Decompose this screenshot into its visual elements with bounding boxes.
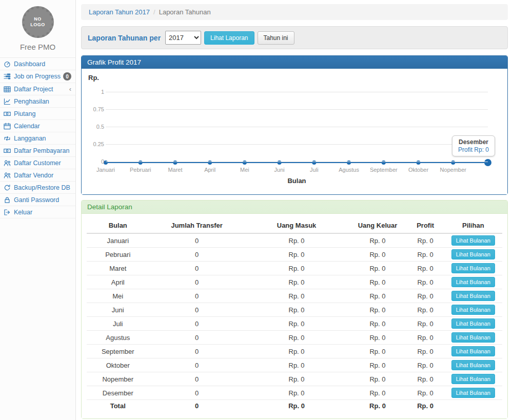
cell-bulan: Januari (87, 233, 149, 248)
gridline (106, 127, 488, 127)
profit-line-chart[interactable]: Desember Profit Rp: 0 Rp.10.750.50.250Ja… (87, 73, 502, 188)
logo-block: NOLOGO Free PMO (0, 0, 75, 57)
cell-uang-masuk: Rp. 0 (245, 372, 349, 386)
profit-chart-panel-title: Grafik Profit 2017 (82, 56, 507, 69)
cell-uang-masuk: Rp. 0 (245, 289, 349, 303)
sidebar-item-label: Piutang (14, 110, 35, 117)
gridline (106, 92, 488, 92)
profit-chart-panel: Grafik Profit 2017 Desember Profit Rp: 0… (81, 55, 508, 195)
lihat-bulanan-button-maret[interactable]: Lihat Bulanan (451, 263, 495, 273)
cell-uang-masuk: Rp. 0 (245, 262, 349, 275)
table-row: Mei0Rp. 0Rp. 0Rp. 0Lihat Bulanan (87, 289, 502, 303)
cell-jumlah-transfer: 0 (149, 233, 245, 248)
table-row: Nopember0Rp. 0Rp. 0Rp. 0Lihat Bulanan (87, 372, 502, 386)
brand-name: Free PMO (0, 43, 75, 51)
cell-pilihan: Lihat Bulanan (444, 262, 502, 275)
refresh-icon (4, 184, 11, 191)
chart-y-axis-title: Rp. (88, 74, 99, 82)
chart-x-axis-title: Bulan (287, 177, 306, 185)
sidebar-item-label: Ganti Password (14, 196, 59, 204)
sidebar-item-label: Langganan (14, 135, 46, 142)
sidebar-item-backup-restore-db[interactable]: Backup/Restore DB (0, 182, 75, 194)
sidebar-item-ganti-password[interactable]: Ganti Password (0, 194, 75, 206)
cell-profit: Rp. 0 (407, 262, 444, 275)
sidebar-item-daftar-project[interactable]: Daftar Project‹ (0, 83, 75, 95)
cell-bulan: Juli (87, 317, 149, 331)
lihat-bulanan-button-januari[interactable]: Lihat Bulanan (451, 235, 495, 246)
table-row: Desember0Rp. 0Rp. 0Rp. 0Lihat Bulanan (87, 386, 502, 400)
cell-uang-masuk: Rp. 0 (245, 275, 349, 289)
lihat-bulanan-button-september[interactable]: Lihat Bulanan (451, 346, 495, 356)
cell-bulan: Pebruari (87, 248, 149, 262)
sidebar-item-label: Dashboard (14, 61, 45, 68)
lihat-bulanan-button-desember[interactable]: Lihat Bulanan (451, 388, 495, 398)
chevron-left-icon: ‹ (69, 86, 71, 92)
sidebar-item-daftar-vendor[interactable]: Daftar Vendor (0, 169, 75, 182)
report-filter-bar: Laporan Tahunan per 2017 Lihat Laporan T… (81, 26, 508, 49)
sidebar-item-piutang[interactable]: Piutang (0, 108, 75, 120)
money-icon (4, 110, 11, 117)
table-row: Agustus0Rp. 0Rp. 0Rp. 0Lihat Bulanan (87, 331, 502, 345)
cell-bulan: Agustus (87, 331, 149, 345)
tahun-ini-button[interactable]: Tahun ini (258, 31, 294, 45)
sidebar-item-daftar-pembayaran[interactable]: Daftar Pembayaran (0, 145, 75, 157)
lihat-laporan-button[interactable]: Lihat Laporan (204, 31, 254, 45)
lihat-bulanan-button-nopember[interactable]: Lihat Bulanan (451, 374, 495, 384)
x-tick-label: Agustus (339, 167, 359, 173)
cell-uang-keluar: Rp. 0 (348, 289, 406, 303)
breadcrumb-link-laporan-tahun[interactable]: Laporan Tahun 2017 (89, 8, 150, 16)
cell-uang-masuk: Rp. 0 (245, 386, 349, 400)
cell-pilihan: Lihat Bulanan (444, 372, 502, 386)
lihat-bulanan-button-agustus[interactable]: Lihat Bulanan (451, 332, 495, 343)
sidebar-item-daftar-customer[interactable]: Daftar Customer (0, 157, 75, 169)
data-point-desember[interactable] (484, 159, 491, 166)
lihat-bulanan-button-mei[interactable]: Lihat Bulanan (451, 291, 495, 301)
lihat-bulanan-button-april[interactable]: Lihat Bulanan (451, 277, 495, 287)
money-icon (4, 147, 11, 154)
tasks-icon (4, 73, 11, 80)
cell-jumlah-transfer: 0 (149, 331, 245, 345)
x-tick-label: April (204, 167, 215, 173)
cell-profit: Rp. 0 (407, 233, 444, 248)
y-tick-label: 0 (87, 158, 104, 165)
cell-jumlah-transfer: 0 (149, 317, 245, 331)
sidebar-item-label: Daftar Pembayaran (14, 147, 69, 154)
sidebar-item-label: Penghasilan (14, 98, 49, 105)
sidebar-item-calendar[interactable]: Calendar (0, 120, 75, 132)
chart-tooltip-title: Desember (458, 138, 489, 146)
sidebar-item-langganan[interactable]: Langganan (0, 132, 75, 145)
lihat-bulanan-button-oktober[interactable]: Lihat Bulanan (451, 360, 495, 370)
sidebar-item-keluar[interactable]: Keluar (0, 206, 75, 218)
year-select[interactable]: 2017 (165, 31, 201, 45)
cell-bulan: Juni (87, 303, 149, 317)
table-row: Pebruari0Rp. 0Rp. 0Rp. 0Lihat Bulanan (87, 248, 502, 262)
cell-pilihan: Lihat Bulanan (444, 386, 502, 400)
x-tick-label: Maret (168, 167, 182, 173)
lihat-bulanan-button-pebruari[interactable]: Lihat Bulanan (451, 249, 495, 259)
sidebar-item-job-on-progress[interactable]: Job on Progress0 (0, 70, 75, 83)
cell-pilihan: Lihat Bulanan (444, 317, 502, 331)
cell-jumlah-transfer: 0 (149, 386, 245, 400)
cell-uang-keluar: Rp. 0 (348, 372, 406, 386)
lock-icon (4, 196, 11, 204)
cell-profit: Rp. 0 (407, 248, 444, 262)
lihat-bulanan-button-juni[interactable]: Lihat Bulanan (451, 305, 495, 315)
gridline (106, 162, 488, 162)
dashboard-icon (4, 61, 11, 68)
sidebar-item-dashboard[interactable]: Dashboard (0, 58, 75, 70)
y-tick-label: 0.25 (87, 141, 104, 147)
cell-uang-masuk: Rp. 0 (245, 358, 349, 372)
sidebar-item-penghasilan[interactable]: Penghasilan (0, 95, 75, 108)
cell-jumlah-transfer: 0 (149, 289, 245, 303)
y-tick-label: 0.75 (87, 106, 104, 112)
cell-bulan: Nopember (87, 372, 149, 386)
calendar-icon (4, 123, 11, 130)
cell-uang-keluar: Rp. 0 (348, 345, 406, 358)
cell-profit: Rp. 0 (407, 331, 444, 345)
lihat-bulanan-button-juli[interactable]: Lihat Bulanan (451, 318, 495, 329)
cell-profit: Rp. 0 (407, 303, 444, 317)
cell-uang-masuk: Rp. 0 (245, 317, 349, 331)
x-tick-label: Januari (96, 167, 115, 173)
retweet-icon (4, 135, 11, 142)
cell-pilihan: Lihat Bulanan (444, 275, 502, 289)
